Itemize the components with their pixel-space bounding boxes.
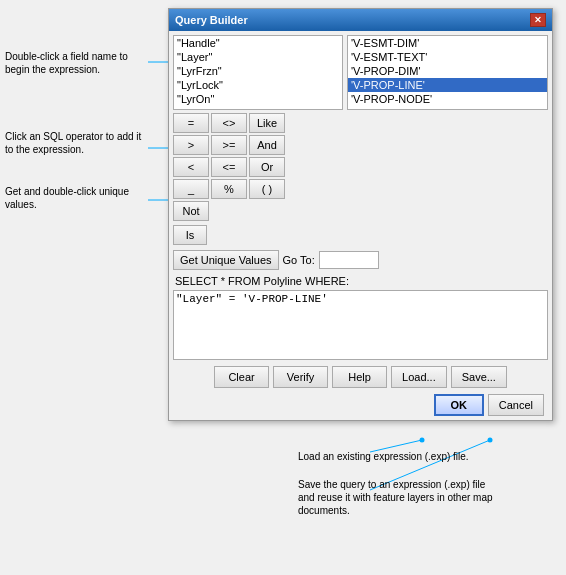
ok-button[interactable]: OK [434,394,484,416]
operator-button-[interactable]: > [173,135,209,155]
is-btn-row: Is [173,225,289,245]
annotation-2: Click an SQL operator to add it to the e… [5,130,150,156]
value-item[interactable]: 'V-PROP-SBCK' [348,106,547,110]
get-unique-values-button[interactable]: Get Unique Values [173,250,279,270]
dialog-content: "Handle""Layer""LyrFrzn""LyrLock""LyrOn"… [169,31,552,420]
operator-button-[interactable]: <= [211,157,247,177]
goto-input[interactable] [319,251,379,269]
dialog-titlebar: Query Builder ✕ [169,9,552,31]
load-button[interactable]: Load... [391,366,447,388]
clear-button[interactable]: Clear [214,366,269,388]
annotation-3: Get and double-click unique values. [5,185,150,211]
value-item[interactable]: 'V-PROP-LINE' [348,78,547,92]
operator-button-[interactable]: >= [211,135,247,155]
close-button[interactable]: ✕ [530,13,546,27]
field-item[interactable]: "Handle" [174,36,342,50]
dialog-title: Query Builder [175,14,248,26]
load-annotation: Load an existing expression (.exp) file. [298,450,469,463]
value-item[interactable]: 'V-PROP-NODE' [348,92,547,106]
operator-button-not[interactable]: Not [173,201,209,221]
value-item[interactable]: 'V-ESMT-DIM' [348,36,547,50]
field-item[interactable]: "LyrFrzn" [174,64,342,78]
value-item[interactable]: 'V-ESMT-TEXT' [348,50,547,64]
values-listbox[interactable]: 'V-ESMT-DIM''V-ESMT-TEXT''V-PROP-DIM''V-… [347,35,548,110]
expression-textarea[interactable] [173,290,548,360]
is-button[interactable]: Is [173,225,207,245]
where-label: SELECT * FROM Polyline WHERE: [173,275,548,287]
operators-row: =<>Like>>=And<<=Or_%( )Not Is [173,113,548,245]
operator-button-[interactable]: <> [211,113,247,133]
lists-row: "Handle""Layer""LyrFrzn""LyrLock""LyrOn"… [173,35,548,110]
goto-label: Go To: [283,254,315,266]
operator-button-[interactable]: = [173,113,209,133]
field-item[interactable]: "Layer" [174,50,342,64]
help-button[interactable]: Help [332,366,387,388]
field-item[interactable]: "LyrLock" [174,78,342,92]
save-annotation: Save the query to an expression (.exp) f… [298,478,498,517]
svg-point-7 [420,438,425,443]
verify-button[interactable]: Verify [273,366,328,388]
svg-point-9 [488,438,493,443]
operator-button-like[interactable]: Like [249,113,285,133]
field-item[interactable]: "LyrOn" [174,92,342,106]
operator-button-[interactable]: < [173,157,209,177]
query-builder-dialog: Query Builder ✕ "Handle""Layer""LyrFrzn"… [168,8,553,421]
operators-grid: =<>Like>>=And<<=Or_%( )Not [173,113,289,221]
save-button[interactable]: Save... [451,366,507,388]
operator-button-[interactable]: ( ) [249,179,285,199]
operator-button-or[interactable]: Or [249,157,285,177]
action-buttons-row: Clear Verify Help Load... Save... [173,366,548,388]
annotation-1: Double-click a field name to begin the e… [5,50,150,76]
value-item[interactable]: 'V-PROP-DIM' [348,64,547,78]
ok-cancel-row: OK Cancel [173,394,544,416]
operator-button-[interactable]: % [211,179,247,199]
operator-button-[interactable]: _ [173,179,209,199]
unique-row: Get Unique Values Go To: [173,250,548,270]
fields-listbox[interactable]: "Handle""Layer""LyrFrzn""LyrLock""LyrOn" [173,35,343,110]
operator-button-and[interactable]: And [249,135,285,155]
cancel-button[interactable]: Cancel [488,394,544,416]
